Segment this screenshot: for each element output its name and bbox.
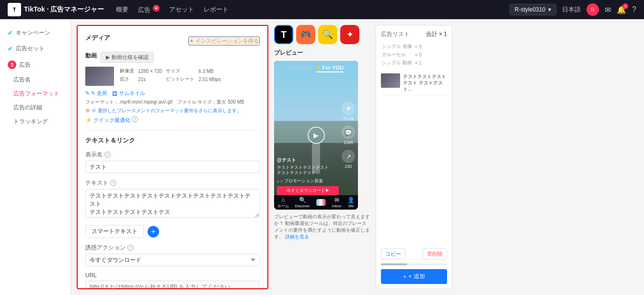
preview-tab-following[interactable]: Following bbox=[288, 65, 310, 72]
inspiration-button[interactable]: ✦ インスピレーションを得る bbox=[188, 36, 260, 46]
sidebar-item-campaign[interactable]: ✔ キャンペーン bbox=[0, 25, 70, 41]
help-icon[interactable]: ? bbox=[632, 5, 636, 14]
edit-icon: ✎ bbox=[85, 90, 90, 96]
app-icons-row: T 🎮 🔍 ✦ bbox=[274, 25, 370, 44]
lightning-icon: ⚡ bbox=[85, 117, 92, 123]
preview-nav-inbox[interactable]: ✉ Inbox bbox=[332, 197, 342, 208]
preview-cta-button[interactable]: 今すぐダウンロード▶ bbox=[277, 186, 339, 195]
format-more-link[interactable]: ※ 選択したプレースメントのフォーマット要件をさらに表示します。 bbox=[92, 108, 242, 113]
video-actions: ✎ ✎ 史所 🖼 サムネイル bbox=[85, 90, 260, 97]
preview-hint: プレビューで動画の表示が変わって見えますか？ 動画最適化ツールは、特定のプレース… bbox=[274, 213, 370, 240]
comment-icon: 💬 bbox=[342, 126, 355, 139]
video-section: 動画 ▶ 動画仕様を確認 解像度 bbox=[85, 52, 260, 124]
app-icon-red[interactable]: ✦ bbox=[340, 25, 359, 44]
cta-select[interactable]: 今すぐダウンロード 今すぐ購入 詳しくはこちら bbox=[85, 254, 260, 266]
preview-tab-row: Following ✦ For YOU bbox=[288, 65, 344, 72]
plus-icon: + bbox=[403, 273, 406, 280]
url-group: URL bbox=[85, 272, 260, 289]
sidebar-sub-tracking[interactable]: トラッキング bbox=[0, 115, 70, 129]
share-icon: ↗ bbox=[342, 150, 355, 163]
app-icon-tiktok[interactable]: T bbox=[274, 25, 293, 44]
resolution-label: 解像度 bbox=[120, 68, 137, 75]
nav-overview[interactable]: 概要 bbox=[116, 5, 128, 14]
mail-icon[interactable]: ✉ bbox=[605, 5, 611, 14]
adlist-scroll: テストテストテストテスト テストテスト... bbox=[381, 71, 447, 245]
quick-optimize-link[interactable]: ⚡ クイック最適化 ? bbox=[85, 116, 260, 124]
thumbnail-link[interactable]: 🖼 サムネイル bbox=[112, 90, 145, 97]
bitrate-value: 2.51 Mbps bbox=[198, 76, 224, 83]
preview-nav-discover[interactable]: 🔍 Discover bbox=[295, 197, 310, 208]
user-avatar[interactable]: R bbox=[586, 3, 599, 16]
url-input[interactable] bbox=[85, 281, 260, 289]
text-link-section: テキスト＆リンク 表示名 ? テキスト ? テストテストテストテストテストテスト… bbox=[85, 136, 260, 289]
discover-icon: 🔍 bbox=[299, 197, 306, 203]
sidebar: ✔ キャンペーン ✔ 広告セット 3 広告 広告名 広告フォーマット 広告の詳細… bbox=[0, 19, 71, 295]
preview-hint-link[interactable]: 詳細を見る bbox=[285, 234, 309, 239]
main-content: メディア ✦ インスピレーションを得る 動画 ▶ 動画仕様を確認 bbox=[71, 19, 644, 295]
preview-nav-me[interactable]: 👤 Me bbox=[347, 197, 355, 208]
top-navigation: T TikTok · 広告マネージャー 概要 広告 ● アセット レポート R-… bbox=[0, 0, 644, 19]
nav-reports[interactable]: レポート bbox=[204, 5, 229, 14]
size-value: 6.3 MB bbox=[198, 68, 224, 75]
carousel-label: カルーセル bbox=[382, 51, 414, 59]
add-ad-button[interactable]: + + 追加 bbox=[381, 269, 447, 284]
smart-text-add-button[interactable]: + bbox=[148, 226, 159, 237]
text-input[interactable]: テストテストテストテストテストテストテストテストテストテスト テストテストテスト… bbox=[85, 189, 260, 218]
music-icon: ♪ bbox=[277, 179, 279, 184]
create-icon: + bbox=[316, 199, 326, 206]
video-thumbnail bbox=[85, 67, 114, 86]
language-selector[interactable]: 日本語 bbox=[562, 5, 581, 14]
preview-panel: T 🎮 🔍 ✦ プレビュー bbox=[274, 25, 370, 289]
smart-text-button[interactable]: スマートテキスト bbox=[85, 225, 144, 238]
topnav-right: R-style0310 ▾ 日本語 R ✉ 🔔 1 ? bbox=[509, 3, 636, 16]
account-selector[interactable]: R-style0310 ▾ bbox=[509, 4, 556, 15]
video-upload-button[interactable]: ▶ 動画仕様を確認 bbox=[101, 52, 154, 63]
preview-nav-home[interactable]: ⌂ ホーム bbox=[277, 196, 289, 209]
tiktok-icon: T bbox=[281, 29, 287, 40]
adlist-panel: 広告リスト 合計 × 1 シングル 画像 × 0 カルーセル × 0 シングル … bbox=[376, 25, 452, 289]
history-link[interactable]: ✎ ✎ 史所 bbox=[85, 90, 107, 97]
preview-nav-create[interactable]: + bbox=[316, 199, 326, 206]
app-icon-game[interactable]: 🎮 bbox=[296, 25, 315, 44]
adlist-item[interactable]: テストテストテストテスト テストテスト... bbox=[381, 71, 447, 95]
text-info-icon[interactable]: ? bbox=[110, 180, 116, 186]
media-section-title: メディア bbox=[85, 34, 110, 42]
cta-info-icon[interactable]: ? bbox=[127, 245, 134, 251]
app-icon-search[interactable]: 🔍 bbox=[318, 25, 337, 44]
check-icon-2: ✔ bbox=[8, 45, 13, 52]
copy-button[interactable]: コピー bbox=[381, 248, 405, 260]
preview-like-action[interactable]: ♥ 73.1k bbox=[342, 102, 355, 121]
comment-count: 1265 bbox=[344, 140, 353, 145]
bitrate-label: ビットレート bbox=[166, 76, 197, 83]
nav-assets[interactable]: アセット bbox=[169, 5, 194, 14]
preview-tab-for-you[interactable]: ✦ For YOU bbox=[316, 65, 343, 72]
search-icon: 🔍 bbox=[322, 29, 333, 40]
sidebar-sub-ad-detail[interactable]: 広告の詳細 bbox=[0, 101, 70, 115]
adlist-stats: シングル 画像 × 0 カルーセル × 0 シングル 動画 × 1 bbox=[381, 42, 447, 68]
adlist-thumb bbox=[381, 73, 400, 88]
preview-music: ♪ ♪ プロモーション音楽 bbox=[277, 178, 339, 184]
preview-play-button[interactable]: ▶ bbox=[308, 127, 325, 144]
video-thumb-bg bbox=[85, 67, 114, 86]
format-info: フォーマット：.mp4/.mov/.mpeg/.avi/.gif ファイル サイ… bbox=[85, 99, 260, 106]
sidebar-sub-ad-name[interactable]: 広告名 bbox=[0, 73, 70, 87]
quick-opt-info-icon[interactable]: ? bbox=[132, 116, 138, 122]
nav-ads[interactable]: 広告 ● bbox=[138, 5, 160, 14]
adlist-header: 広告リスト 合計 × 1 bbox=[381, 30, 447, 38]
display-name-info-icon[interactable]: ? bbox=[104, 152, 111, 158]
display-name-label: 表示名 ? bbox=[85, 151, 260, 159]
sidebar-sub-ad-format[interactable]: 広告フォーマット bbox=[0, 87, 70, 101]
adlist-item-name: テストテストテストテスト テストテスト... bbox=[403, 73, 447, 92]
sidebar-item-adset[interactable]: ✔ 広告セット bbox=[0, 41, 70, 57]
notification-icon[interactable]: 🔔 1 bbox=[617, 5, 626, 14]
delete-button[interactable]: 管削除 bbox=[423, 248, 447, 260]
sidebar-item-ad-label: 広告 bbox=[19, 61, 31, 69]
preview-comment-action[interactable]: 💬 1265 bbox=[342, 126, 355, 145]
adlist-scrollbar bbox=[381, 263, 447, 265]
preview-share-action[interactable]: ↗ 232 bbox=[342, 150, 355, 169]
display-name-input[interactable] bbox=[85, 161, 260, 173]
resolution-value: 1280 × 720 bbox=[138, 68, 165, 75]
preview-right-actions: ♥ 73.1k 💬 1265 ↗ 232 bbox=[342, 102, 355, 169]
adlist-title: 広告リスト bbox=[381, 30, 410, 38]
sidebar-item-ad[interactable]: 3 広告 bbox=[0, 57, 70, 73]
